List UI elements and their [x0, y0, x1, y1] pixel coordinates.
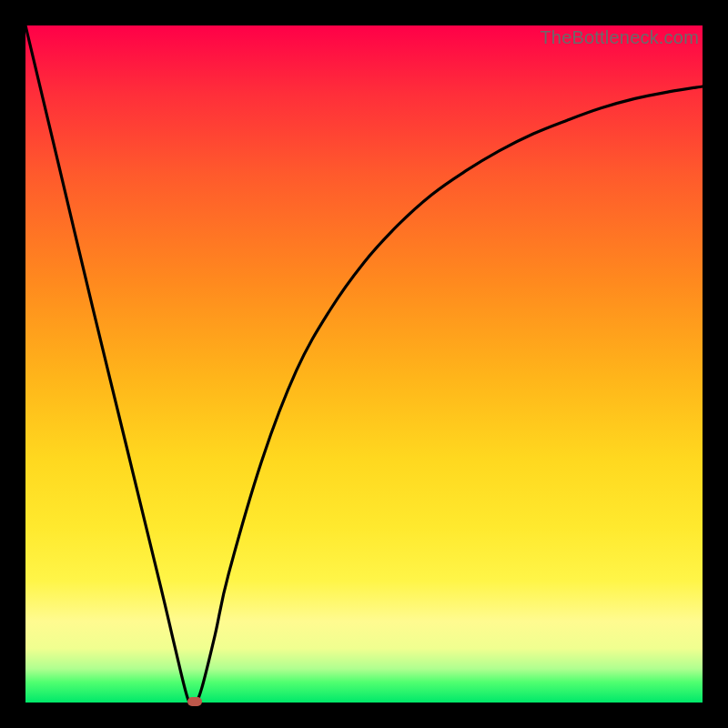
optimum-marker — [187, 697, 202, 706]
chart-plot-area: TheBottleneck.com — [25, 25, 703, 703]
chart-frame: TheBottleneck.com — [0, 0, 728, 728]
bottleneck-curve — [25, 25, 703, 703]
curve-path — [25, 25, 703, 705]
